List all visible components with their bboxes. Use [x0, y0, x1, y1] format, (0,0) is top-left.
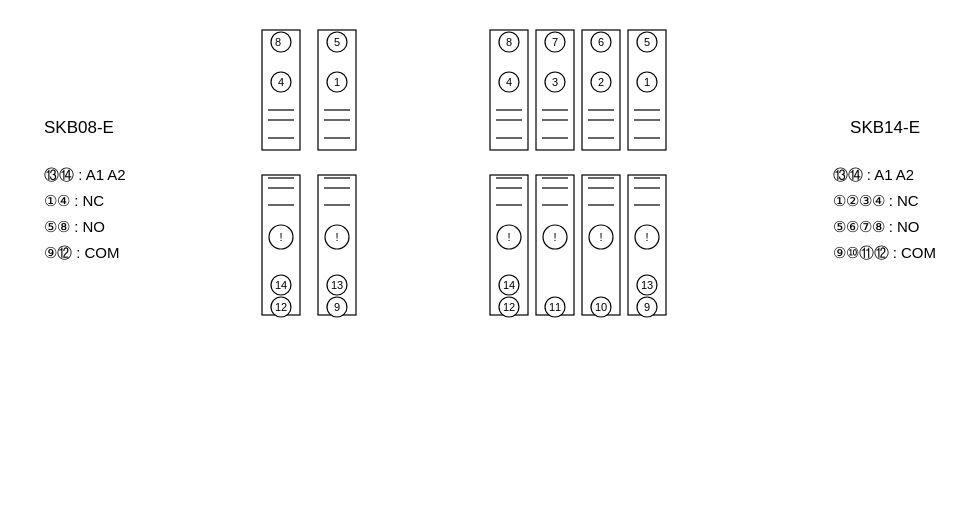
svg-text:8: 8 — [275, 36, 281, 48]
svg-text:7: 7 — [552, 36, 558, 48]
svg-text:2: 2 — [598, 76, 604, 88]
svg-text:9: 9 — [334, 301, 340, 313]
svg-text:!: ! — [599, 231, 602, 243]
svg-text:1: 1 — [334, 76, 340, 88]
circuit-diagram: text { font-family: Arial, sans-serif; f… — [0, 0, 964, 508]
svg-text:13: 13 — [331, 279, 343, 291]
svg-text:14: 14 — [275, 279, 287, 291]
diagram-container: SKB08-E ⑬⑭ : A1 A2 ①④ : NC ⑤⑧ : NO ⑨⑫ : … — [0, 0, 964, 508]
svg-text:!: ! — [507, 231, 510, 243]
svg-text:!: ! — [279, 231, 282, 243]
svg-text:12: 12 — [275, 301, 287, 313]
svg-text:5: 5 — [644, 36, 650, 48]
svg-text:3: 3 — [552, 76, 558, 88]
svg-text:1: 1 — [644, 76, 650, 88]
svg-text:4: 4 — [506, 76, 512, 88]
svg-text:14: 14 — [503, 279, 515, 291]
svg-text:6: 6 — [598, 36, 604, 48]
svg-text:!: ! — [553, 231, 556, 243]
svg-text:11: 11 — [549, 301, 561, 313]
svg-text:!: ! — [645, 231, 648, 243]
svg-text:!: ! — [335, 231, 338, 243]
svg-text:9: 9 — [644, 301, 650, 313]
svg-text:13: 13 — [641, 279, 653, 291]
svg-text:10: 10 — [595, 301, 607, 313]
svg-text:5: 5 — [334, 36, 340, 48]
svg-text:8: 8 — [506, 36, 512, 48]
svg-text:12: 12 — [503, 301, 515, 313]
svg-text:4: 4 — [278, 76, 284, 88]
